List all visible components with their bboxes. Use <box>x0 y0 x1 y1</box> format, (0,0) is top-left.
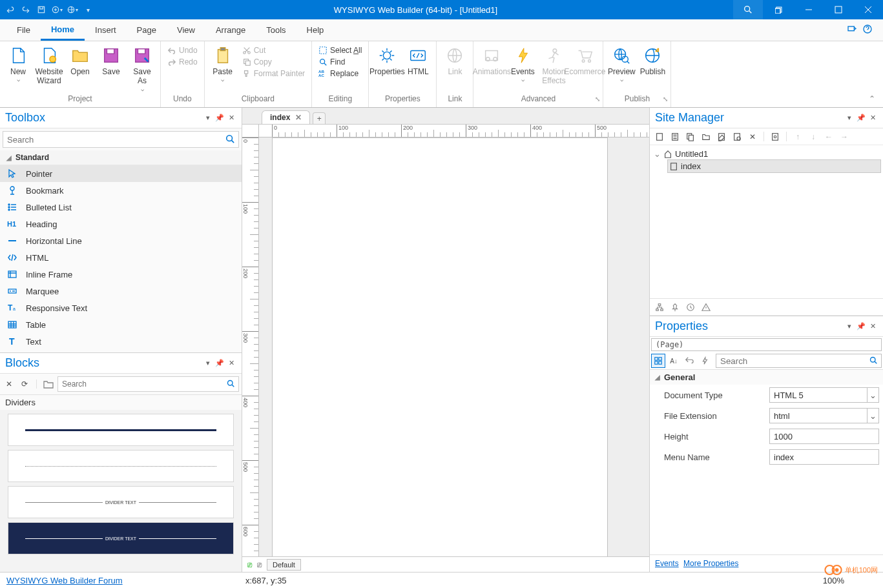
tool-horizontal-line[interactable]: Horizontal Line <box>0 232 242 249</box>
pin-icon[interactable]: 📌 <box>214 113 225 123</box>
collapse-ribbon-icon[interactable]: ⌃ <box>869 94 875 103</box>
new-folder-icon[interactable] <box>699 130 713 143</box>
tab-index[interactable]: index✕ <box>262 110 310 124</box>
publish-qat-icon[interactable]: ▾ <box>65 2 80 17</box>
close-icon[interactable] <box>853 0 883 19</box>
folder-icon[interactable] <box>42 378 55 390</box>
blocks-category[interactable]: Dividers <box>0 395 242 410</box>
block-thumb-text[interactable]: DIVIDER TEXT <box>8 486 234 518</box>
props-events-icon[interactable] <box>698 354 712 368</box>
refresh-icon[interactable]: ⟳ <box>18 378 31 390</box>
pin-icon[interactable]: 📌 <box>856 113 866 123</box>
new-tab-button[interactable]: + <box>313 112 326 124</box>
undo-button[interactable]: Undo <box>165 45 200 56</box>
tool-html[interactable]: HTML <box>0 249 242 266</box>
preview-button[interactable]: Preview⌵ <box>606 44 637 85</box>
properties-object-selector[interactable]: (Page) <box>651 338 882 351</box>
tool-inline-frame[interactable]: Inline Frame <box>0 266 242 283</box>
prop-value[interactable]: html⌄ <box>769 408 879 423</box>
move-down-icon[interactable]: ↓ <box>806 130 820 143</box>
move-right-icon[interactable]: → <box>837 130 851 143</box>
close-panel-icon[interactable]: ✕ <box>867 113 878 123</box>
format-painter-button[interactable]: Format Painter <box>240 68 307 79</box>
forum-link[interactable]: WYSIWYG Web Builder Forum <box>6 576 123 585</box>
search-icon[interactable] <box>227 380 234 389</box>
html-button[interactable]: HTML <box>402 44 433 77</box>
sitemap-icon[interactable] <box>652 301 667 314</box>
tool-text[interactable]: TText <box>0 333 242 350</box>
dropdown-icon[interactable]: ⌄ <box>867 409 878 423</box>
new-page-from-icon[interactable] <box>668 130 682 143</box>
page-settings-icon[interactable] <box>768 130 782 143</box>
props-settings-icon[interactable] <box>682 354 696 368</box>
tree-child[interactable]: index <box>668 160 880 172</box>
bp-icon-1[interactable]: ⎚ <box>247 560 252 569</box>
open-button[interactable]: Open <box>65 44 96 77</box>
dialog-launcher-icon[interactable]: ⤡ <box>595 96 600 103</box>
tool-table[interactable]: Table <box>0 316 242 333</box>
delete-page-icon[interactable]: ✕ <box>745 130 760 143</box>
menu-page[interactable]: Page <box>127 19 167 41</box>
menu-insert[interactable]: Insert <box>85 19 127 41</box>
warning-icon[interactable] <box>699 301 713 314</box>
events-link[interactable]: Events <box>655 559 679 568</box>
search-icon[interactable] <box>869 356 877 366</box>
preview-qat-icon[interactable]: ▾ <box>49 2 65 17</box>
tree-root[interactable]: ⌄Untitled1 <box>652 148 880 160</box>
tool-responsive-text[interactable]: TaResponsive Text <box>0 299 242 316</box>
menu-view[interactable]: View <box>167 19 205 41</box>
menu-arrange[interactable]: Arrange <box>205 19 256 41</box>
dialog-launcher-icon[interactable]: ⤡ <box>663 96 668 103</box>
panel-options-icon[interactable]: ▾ <box>844 321 855 332</box>
paste-button[interactable]: Paste⌵ <box>207 44 238 85</box>
canvas[interactable] <box>272 137 608 556</box>
tool-bulleted-list[interactable]: Bulleted List <box>0 199 242 216</box>
find-button[interactable]: Find <box>316 57 364 67</box>
move-up-icon[interactable]: ↑ <box>791 130 805 143</box>
categorized-icon[interactable] <box>651 354 665 368</box>
tool-heading[interactable]: H1Heading <box>0 216 242 232</box>
prop-value[interactable]: HTML 5⌄ <box>769 387 879 403</box>
tool-marquee[interactable]: Marquee <box>0 283 242 299</box>
site-tree[interactable]: ⌄Untitled1 index <box>650 145 883 299</box>
undo-icon[interactable] <box>3 2 18 17</box>
panel-options-icon[interactable]: ▾ <box>203 113 213 123</box>
animations-button[interactable]: Animations <box>476 44 507 77</box>
ecommerce-button[interactable]: Ecommerce <box>569 44 600 77</box>
close-panel-icon[interactable]: ✕ <box>226 113 236 123</box>
copy-button[interactable]: Copy <box>240 57 307 67</box>
clear-icon[interactable]: ✕ <box>3 378 16 390</box>
blocks-search[interactable] <box>57 376 239 392</box>
prop-value[interactable]: index <box>769 449 879 465</box>
pin-icon[interactable]: 📌 <box>856 321 866 332</box>
close-tab-icon[interactable]: ✕ <box>295 113 302 122</box>
motion-effects-button[interactable]: Motion Effects <box>538 44 569 87</box>
schedule-icon[interactable] <box>683 301 698 314</box>
props-category[interactable]: ◢General <box>650 370 883 385</box>
tool-bookmark[interactable]: Bookmark <box>0 182 242 199</box>
blocks-search-input[interactable] <box>62 380 227 389</box>
panel-options-icon[interactable]: ▾ <box>844 113 855 123</box>
panel-options-icon[interactable]: ▾ <box>203 358 213 369</box>
close-panel-icon[interactable]: ✕ <box>867 321 878 332</box>
minimize-icon[interactable] <box>794 0 824 19</box>
toolbox-category[interactable]: ◢Standard <box>0 150 242 165</box>
move-left-icon[interactable]: ← <box>822 130 836 143</box>
properties-button[interactable]: Properties <box>371 44 402 77</box>
new-button[interactable]: New⌵ <box>3 44 34 85</box>
alphabetical-icon[interactable]: A↓ <box>667 354 681 368</box>
default-breakpoint-button[interactable]: Default <box>267 559 301 571</box>
maximize-icon[interactable] <box>824 0 853 19</box>
close-panel-icon[interactable]: ✕ <box>226 358 236 369</box>
edit-page-icon[interactable] <box>714 130 729 143</box>
search-icon[interactable] <box>225 134 234 145</box>
toolbox-search[interactable] <box>3 131 239 148</box>
pin-icon[interactable]: 📌 <box>214 358 225 369</box>
properties-search-input[interactable] <box>720 356 869 366</box>
new-page-icon[interactable] <box>652 130 667 143</box>
menu-tools[interactable]: Tools <box>256 19 296 41</box>
toolbox-search-input[interactable] <box>7 135 225 145</box>
search-window-icon[interactable] <box>733 0 763 19</box>
restore-icon[interactable] <box>764 0 794 19</box>
block-thumb-dark[interactable]: DIVIDER TEXT <box>8 522 234 554</box>
